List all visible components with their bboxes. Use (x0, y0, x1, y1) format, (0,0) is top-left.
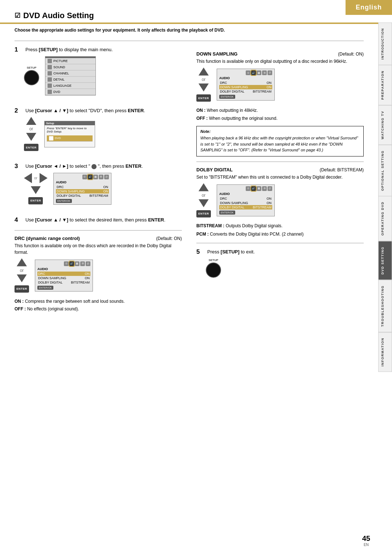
ds-drc-value: ON (267, 81, 272, 85)
step2-menu-mock: Setup Press "ENTER" key to move to DVD S… (44, 121, 95, 147)
sidebar-item-preparation[interactable]: PREPARATION (378, 65, 392, 105)
sidebar-item-dvd-setting[interactable]: DVD SETTING (378, 241, 392, 280)
sm-item-channel: CHANNEL (45, 70, 95, 77)
sidebar-item-watching-tv[interactable]: WATCHING TV (378, 105, 392, 145)
dolby-default: (Default: BITSTREAM) (320, 167, 364, 172)
step2-num: 2 (15, 107, 20, 114)
down-arrow-drc (17, 274, 27, 282)
dolby-btn-group: or ENTER (196, 183, 211, 217)
drc-btn-group: or ENTER (15, 258, 29, 293)
step2-text: Use [Cursor ▲ / ▼] to select "DVD", then… (25, 107, 145, 114)
ds-icon-3: ▦ (257, 70, 261, 75)
enter-btn: ENTER (24, 144, 38, 151)
down-arrow-ds (199, 83, 209, 91)
step-1: 1 Press [SETUP] to display the main menu… (15, 46, 182, 101)
sm-icon-channel (48, 71, 52, 76)
step-4: 4 Use [Cursor ▲ / ▼] to select the desir… (15, 216, 182, 224)
left-column: 1 Press [SETUP] to display the main menu… (15, 46, 182, 313)
or-drc: or (20, 268, 24, 273)
setup-menu-mock: PICTURE SOUND CHANNEL DETAIL (45, 56, 96, 95)
dolby-audio-label: AUDIO (219, 192, 272, 196)
down-arrow-btn (26, 133, 36, 141)
page-en-label: EN (364, 543, 369, 547)
or-ds: or (202, 77, 206, 82)
or-label: or (29, 126, 33, 131)
drc-dolby-value: BITSTREAM (71, 281, 90, 284)
divider-drc (15, 230, 182, 231)
sm-icon-picture (48, 59, 52, 63)
sidebar-item-troubleshooting[interactable]: TROUBLESHOOTING (378, 280, 392, 332)
menu-row-drc: DRC ON (56, 185, 109, 189)
dolby-icons-row: ⊙ 🔊 ▦ ⚙ ⏱ (219, 186, 272, 191)
ds-off-text: When outputting the original sound. (209, 116, 278, 121)
menu-icon-1: ⊙ (82, 175, 87, 179)
dolby-dolby-label: DOLBY DIGITAL (220, 205, 244, 209)
drc-enter-ok: ENTER/OK (37, 286, 53, 290)
enter-dolby: ENTER (196, 210, 211, 217)
divider-step5 (196, 243, 364, 243)
drc-row-drc: DRC ON (37, 272, 90, 276)
ds-row-drc: DRC ON (219, 81, 272, 85)
enter-ds: ENTER (196, 94, 211, 102)
dolby-row-drc: DRC ON (219, 196, 272, 201)
drc-off-label: OFF : (15, 306, 26, 311)
step4-text: Use [Cursor ▲ / ▼] to select the desired… (25, 216, 166, 224)
dolby-heading-label: DOLBY DIGITAL (196, 167, 233, 172)
dolby-row-dolby: DOLBY DIGITAL BITSTREAM (219, 205, 272, 209)
down-arrow-btn-3 (30, 186, 41, 194)
sm-item-language: LANGUAGE (45, 83, 95, 89)
drc-row-value: ON (85, 272, 90, 276)
ds-off-label: OFF : (196, 116, 208, 121)
drc-heading-label: DRC (dynamic range control) (15, 236, 80, 241)
step3-num: 3 (15, 163, 20, 170)
sm-icon-detail (48, 77, 52, 82)
drc-value: ON (103, 185, 108, 189)
sm-item-dvd-selected: DVD (47, 135, 93, 142)
enter-drc: ENTER (15, 285, 29, 293)
note-text: When playing back a 96 kHz disc with the… (200, 135, 360, 153)
lr-arrows: or (24, 173, 48, 183)
sidebar-item-introduction[interactable]: INTRODUCTION (378, 23, 392, 65)
step2-press-enter-hint: Press "ENTER" key to move to DVD Setup. (47, 127, 93, 133)
drc-desc: This function is available only on the d… (15, 243, 182, 256)
ds-desc: This function is available only on digit… (196, 58, 364, 65)
sidebar-item-optional-setting[interactable]: OPTIONAL SETTING (378, 145, 392, 196)
dolby-diagram: or ENTER ⊙ 🔊 ▦ ⚙ ⏱ AUDIO (196, 183, 364, 217)
ds-icon-2: 🔊 (251, 70, 256, 75)
dolby-icon-4: ⚙ (262, 186, 267, 191)
or-dolby: or (202, 193, 206, 198)
drc-label: DRC (57, 185, 64, 189)
drc-icon-4: ⚙ (80, 261, 85, 266)
step-2: 2 Use [Cursor ▲ / ▼] to select "DVD", th… (15, 107, 182, 156)
up-arrow-drc (17, 258, 27, 266)
step4-num: 4 (15, 216, 20, 224)
step5-area: SETUP (206, 258, 255, 278)
note-box: Note: When playing back a 96 kHz disc wi… (196, 126, 364, 156)
up-arrow-dolby (199, 183, 209, 191)
dolby-ds-label: DOWN SAMPLING (220, 201, 248, 205)
sm-item-detail: DETAIL (45, 77, 95, 83)
dolby-menu-mock: ⊙ 🔊 ▦ ⚙ ⏱ AUDIO DRC ON DOWN SAMPLING ON (217, 184, 275, 216)
drc-dolby-label: DOLBY DIGITAL (38, 281, 62, 284)
setup-circle-btn (24, 70, 39, 85)
ds-menu-mock: ⊙ 🔊 ▦ ⚙ ⏱ AUDIO DRC ON DOWN SAMPLING ON (217, 69, 275, 101)
pcm-label: PCM : (196, 232, 209, 237)
sidebar-item-operating-dvd[interactable]: OPERATING DVD (378, 196, 392, 241)
step1-num: 1 (15, 46, 20, 53)
step5-circle-btn (206, 262, 221, 278)
audio-label: AUDIO (56, 180, 109, 184)
step3-diagram: or ENTER ⊙ (24, 173, 143, 205)
enter-ok-badge: ENTER/OK (56, 199, 72, 203)
ds-icons-row: ⊙ 🔊 ▦ ⚙ ⏱ (219, 70, 272, 75)
bitstream-col: BITSTREAM : Outputs Dolby Digital signal… (196, 223, 364, 238)
menu-icon-5: ⏱ (104, 175, 109, 179)
step5-setup-label: SETUP (209, 258, 219, 262)
page-footer: 45 EN (362, 534, 370, 547)
sidebar-item-information[interactable]: INFORMATION (378, 332, 392, 372)
content-columns: 1 Press [SETUP] to display the main menu… (15, 46, 364, 313)
ds-icon-1: ⊙ (246, 70, 250, 75)
sm-item-sound: SOUND (45, 64, 95, 70)
setup-label: SETUP (27, 66, 37, 69)
down-sampling-value: ON (103, 190, 108, 193)
menu-row-down-sampling: DOWN SAMPLING ON (56, 189, 109, 194)
